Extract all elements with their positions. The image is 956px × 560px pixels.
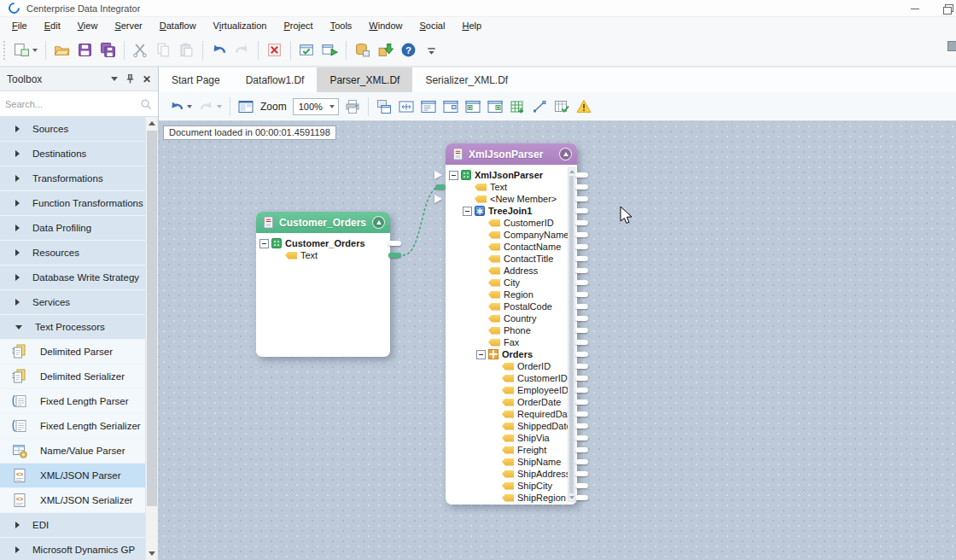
tree-row-shipcity[interactable]: ShipCity — [446, 480, 577, 492]
output-port[interactable] — [575, 376, 588, 381]
output-port[interactable] — [575, 244, 588, 249]
tree-row-xmljsonparser[interactable]: XmlJsonParser — [446, 169, 577, 181]
open-button[interactable] — [51, 39, 73, 61]
tree-row-contacttitle[interactable]: ContactTitle — [446, 253, 577, 265]
save-button[interactable] — [74, 39, 96, 61]
tree-row-contactname[interactable]: ContactName — [446, 241, 577, 253]
output-port[interactable] — [575, 292, 588, 297]
tree-row-customerid[interactable]: CustomerID — [446, 372, 577, 384]
output-port[interactable] — [575, 184, 588, 190]
tree-row-customer-orders[interactable]: Customer_Orders — [256, 237, 390, 249]
output-port[interactable] — [575, 364, 588, 369]
menu-social[interactable]: Social — [411, 19, 453, 32]
help-button[interactable] — [398, 39, 419, 61]
menu-tools[interactable]: Tools — [322, 19, 361, 32]
tree-row-postalcode[interactable]: PostalCode — [446, 300, 577, 312]
toolbox-item-xml-json-serializer[interactable]: XML/JSON Serializer — [0, 488, 145, 513]
add-table-button[interactable] — [507, 96, 528, 117]
window-position-icon[interactable] — [111, 77, 118, 81]
menu-view[interactable]: View — [69, 19, 107, 32]
toolbox-item-delimited-parser[interactable]: Delimited Parser — [0, 340, 145, 365]
tree-row-shipname[interactable]: ShipName — [446, 456, 577, 468]
collapse-node-button[interactable] — [372, 216, 385, 229]
show-properties-button[interactable] — [418, 96, 439, 117]
print-button[interactable] — [342, 96, 363, 117]
tree-expander-icon[interactable] — [259, 239, 269, 248]
fit-horizontal-button[interactable] — [396, 96, 417, 117]
output-port[interactable] — [388, 253, 401, 258]
menu-virtualization[interactable]: Virtualization — [205, 19, 276, 32]
tree-row-country[interactable]: Country — [446, 312, 577, 324]
link-mode-button[interactable] — [529, 96, 550, 117]
output-port[interactable] — [575, 423, 588, 429]
tree-row-phone[interactable]: Phone — [446, 324, 577, 336]
search-input[interactable] — [5, 99, 139, 109]
tree-row-orderdate[interactable]: OrderDate — [446, 396, 577, 408]
output-port[interactable] — [575, 340, 588, 345]
output-port[interactable] — [575, 483, 588, 488]
tree-row-orders[interactable]: Orders — [446, 348, 577, 360]
toolbox-category-destinations[interactable]: Destinations — [0, 142, 145, 166]
restore-button[interactable] — [942, 3, 953, 14]
output-port[interactable] — [575, 471, 588, 476]
warnings-button[interactable] — [574, 96, 594, 117]
toolbox-scrollbar[interactable] — [145, 117, 157, 560]
preview-data-button[interactable] — [551, 96, 572, 117]
database-job-button[interactable] — [352, 39, 373, 61]
add-panel-right-button[interactable] — [485, 96, 505, 117]
toolbox-category-sources[interactable]: Sources — [0, 117, 145, 142]
deploy-button[interactable] — [375, 39, 396, 61]
output-port[interactable] — [575, 208, 588, 213]
toolbox-category-edi[interactable]: EDI — [0, 513, 145, 538]
tree-row-requireddate[interactable]: RequiredDate — [446, 408, 577, 420]
output-port[interactable] — [575, 459, 588, 464]
menu-file[interactable]: File — [3, 19, 36, 32]
output-port[interactable] — [575, 388, 588, 393]
tree-row-employeeid[interactable]: EmployeeID — [446, 384, 577, 396]
redo-button[interactable] — [196, 96, 224, 117]
zoom-fit-button[interactable] — [236, 96, 256, 117]
cut-button[interactable] — [130, 39, 151, 61]
output-port[interactable] — [575, 280, 588, 285]
tree-row-text[interactable]: Text — [446, 181, 577, 193]
menu-edit[interactable]: Edit — [36, 19, 69, 32]
toolbox-category-microsoft-dynamics-gp[interactable]: Microsoft Dynamics GP — [0, 538, 145, 560]
zoom-select[interactable]: 100% — [293, 98, 339, 115]
output-port[interactable] — [575, 400, 588, 405]
tab-start-page[interactable]: Start Page — [159, 67, 233, 92]
tab-parser-xml-df[interactable]: Parser_XML.Df — [317, 67, 412, 92]
menu-help[interactable]: Help — [453, 19, 490, 32]
toolbox-item-name-value-parser[interactable]: Name/Value Parser — [0, 439, 145, 464]
toolbox-category-database-write-strategy[interactable]: Database Write Strategy — [0, 265, 145, 290]
add-panel-left-button[interactable] — [463, 96, 483, 117]
undo-button[interactable] — [208, 39, 230, 61]
tree-row-treejoin1[interactable]: ∗TreeJoin1 — [446, 205, 577, 217]
auto-layout-button[interactable] — [374, 96, 394, 117]
collapse-node-button[interactable] — [559, 148, 572, 160]
input-port-arrow-icon[interactable] — [434, 195, 442, 203]
output-port[interactable] — [575, 435, 588, 440]
undo-button[interactable] — [166, 96, 195, 117]
delete-button[interactable] — [264, 39, 285, 61]
toolbox-item-delimited-serializer[interactable]: Delimited Serializer — [0, 365, 145, 389]
toolbar-options-button[interactable] — [421, 39, 442, 61]
toolbox-item-xml-json-parser[interactable]: XML/JSON Parser — [0, 464, 145, 488]
node-scrollbar[interactable] — [568, 167, 575, 502]
tree-row-text[interactable]: Text — [256, 249, 390, 261]
pin-icon[interactable] — [125, 73, 136, 85]
tree-row-shipregion[interactable]: ShipRegion — [446, 492, 577, 504]
tree-row-orderid[interactable]: OrderID — [446, 360, 577, 372]
tree-row-customerid[interactable]: CustomerID — [446, 217, 577, 229]
toolbox-category-resources[interactable]: Resources — [0, 241, 145, 265]
output-port[interactable] — [575, 328, 588, 333]
toolbox-item-fixed-length-parser[interactable]: Fixed Length Parser — [0, 389, 145, 414]
output-port[interactable] — [575, 304, 588, 309]
output-port[interactable] — [575, 411, 588, 417]
tree-row-fax[interactable]: Fax — [446, 336, 577, 348]
toolbar-grip[interactable] — [2, 39, 7, 61]
toolbox-category-services[interactable]: Services — [0, 290, 145, 315]
tab-dataflow1-df[interactable]: Dataflow1.Df — [233, 67, 318, 92]
output-port[interactable] — [575, 256, 588, 261]
tree-expander-icon[interactable] — [449, 171, 458, 180]
verify-dataflow-button[interactable] — [296, 39, 318, 61]
